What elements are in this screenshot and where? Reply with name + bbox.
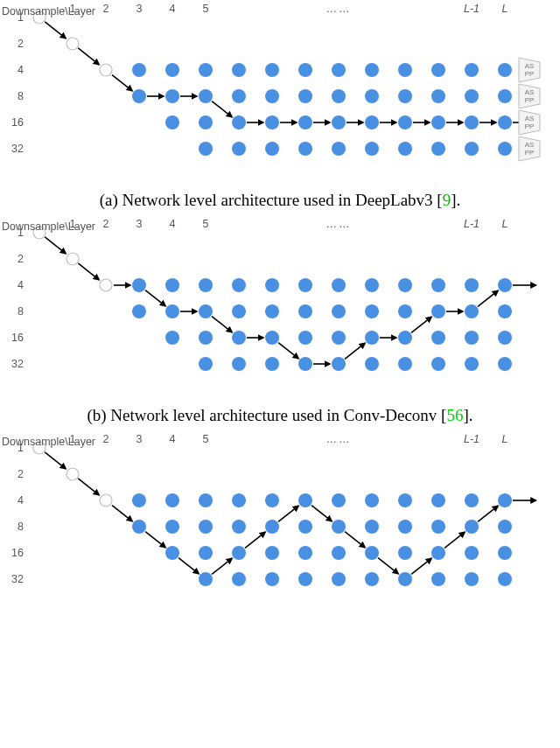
row-label: 32 bbox=[11, 358, 24, 370]
col-label: L-1 bbox=[464, 433, 480, 445]
svg-point-175 bbox=[265, 572, 279, 586]
svg-point-80 bbox=[298, 278, 312, 292]
svg-point-158 bbox=[398, 520, 412, 534]
row-label: 32 bbox=[11, 143, 24, 155]
col-label: 3 bbox=[136, 433, 143, 445]
svg-point-165 bbox=[265, 546, 279, 560]
col-label: 4 bbox=[170, 218, 176, 230]
svg-point-10 bbox=[465, 63, 479, 77]
svg-point-140 bbox=[199, 493, 213, 507]
caption-a-pre: (a) Network level architecture used in D… bbox=[100, 191, 443, 209]
svg-point-26 bbox=[232, 115, 246, 129]
svg-line-48 bbox=[45, 22, 66, 38]
row-label: 8 bbox=[18, 521, 24, 533]
svg-point-181 bbox=[465, 572, 479, 586]
svg-point-178 bbox=[365, 572, 379, 586]
col-label: 4 bbox=[170, 3, 176, 15]
svg-point-179 bbox=[398, 572, 412, 586]
svg-point-111 bbox=[232, 357, 246, 371]
svg-line-194 bbox=[312, 506, 332, 521]
svg-text:AS: AS bbox=[525, 115, 535, 122]
col-label: 1 bbox=[70, 433, 76, 445]
caption-a-ref: 9 bbox=[443, 191, 452, 209]
svg-line-199 bbox=[478, 506, 498, 521]
svg-point-20 bbox=[398, 89, 412, 103]
svg-point-167 bbox=[332, 546, 346, 560]
col-label: 1 bbox=[70, 3, 76, 15]
svg-point-118 bbox=[465, 357, 479, 371]
row-label: 4 bbox=[18, 494, 24, 507]
svg-point-14 bbox=[199, 89, 213, 103]
svg-line-123 bbox=[45, 237, 66, 254]
svg-point-24 bbox=[165, 115, 179, 129]
svg-point-117 bbox=[431, 357, 445, 371]
svg-text:PP: PP bbox=[525, 96, 535, 104]
svg-point-157 bbox=[365, 520, 379, 534]
svg-point-164 bbox=[232, 546, 246, 560]
row-label: 2 bbox=[18, 38, 24, 50]
svg-point-15 bbox=[232, 89, 246, 103]
svg-line-134 bbox=[411, 317, 431, 332]
svg-line-124 bbox=[78, 263, 99, 280]
row-label: 2 bbox=[18, 468, 24, 480]
svg-point-77 bbox=[199, 278, 213, 292]
svg-point-162 bbox=[165, 546, 179, 560]
svg-text:PP: PP bbox=[525, 70, 535, 78]
svg-point-115 bbox=[365, 357, 379, 371]
svg-line-198 bbox=[444, 532, 465, 548]
svg-point-99 bbox=[165, 331, 179, 345]
svg-point-13 bbox=[165, 89, 179, 103]
svg-point-100 bbox=[199, 331, 213, 345]
svg-point-21 bbox=[431, 89, 445, 103]
svg-point-18 bbox=[332, 89, 346, 103]
svg-point-40 bbox=[365, 142, 379, 156]
svg-text:AS: AS bbox=[525, 141, 535, 149]
caption-b-pre: (b) Network level architecture used in C… bbox=[87, 406, 446, 424]
svg-point-143 bbox=[298, 493, 312, 507]
svg-line-188 bbox=[112, 506, 132, 521]
svg-point-116 bbox=[398, 357, 412, 371]
svg-line-193 bbox=[278, 506, 298, 521]
svg-point-150 bbox=[132, 520, 146, 534]
svg-point-31 bbox=[398, 115, 412, 129]
svg-point-151 bbox=[165, 520, 179, 534]
svg-point-76 bbox=[165, 278, 179, 292]
caption-b-ref: 56 bbox=[446, 406, 463, 424]
svg-point-5 bbox=[298, 63, 312, 77]
svg-point-4 bbox=[265, 63, 279, 77]
svg-text:PP: PP bbox=[525, 122, 535, 130]
svg-line-195 bbox=[345, 532, 365, 548]
svg-point-83 bbox=[398, 278, 412, 292]
col-label: L bbox=[502, 433, 508, 445]
svg-point-47 bbox=[100, 64, 112, 76]
svg-point-174 bbox=[232, 572, 246, 586]
svg-point-101 bbox=[232, 331, 246, 345]
svg-point-19 bbox=[365, 89, 379, 103]
svg-point-149 bbox=[498, 493, 512, 507]
svg-line-197 bbox=[411, 558, 431, 574]
svg-line-132 bbox=[345, 343, 365, 359]
svg-point-28 bbox=[298, 115, 312, 129]
svg-line-130 bbox=[278, 343, 298, 359]
svg-point-166 bbox=[298, 546, 312, 560]
svg-point-141 bbox=[232, 493, 246, 507]
svg-point-95 bbox=[398, 304, 412, 318]
svg-line-128 bbox=[212, 317, 232, 332]
svg-point-106 bbox=[398, 331, 412, 345]
svg-point-177 bbox=[332, 572, 346, 586]
svg-point-148 bbox=[465, 493, 479, 507]
col-label: L-1 bbox=[464, 3, 480, 15]
diagram-deeplabv3: ASPPASPPASPPASPPDownsample\Layer12345……L… bbox=[0, 0, 560, 184]
svg-point-37 bbox=[265, 142, 279, 156]
svg-point-180 bbox=[431, 572, 445, 586]
svg-line-49 bbox=[78, 48, 99, 65]
row-label: 2 bbox=[18, 253, 24, 265]
svg-point-122 bbox=[100, 279, 112, 291]
svg-line-50 bbox=[112, 75, 132, 91]
svg-point-81 bbox=[332, 278, 346, 292]
row-label: 4 bbox=[18, 279, 24, 291]
svg-line-186 bbox=[45, 452, 66, 469]
svg-point-93 bbox=[332, 304, 346, 318]
svg-point-107 bbox=[431, 331, 445, 345]
svg-point-82 bbox=[365, 278, 379, 292]
